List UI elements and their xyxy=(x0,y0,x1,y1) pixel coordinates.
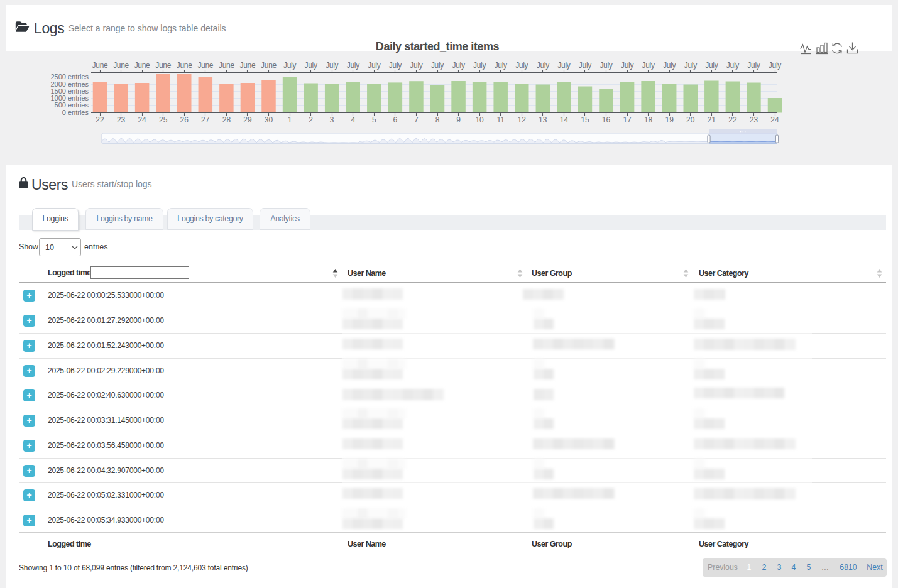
svg-text:June: June xyxy=(92,61,108,70)
svg-text:July: July xyxy=(473,61,486,70)
svg-text:July: July xyxy=(663,61,676,70)
svg-text:16: 16 xyxy=(602,116,611,124)
svg-text:2500 entries: 2500 entries xyxy=(50,73,89,80)
svg-text:July: July xyxy=(431,61,444,70)
svg-text:5: 5 xyxy=(372,116,376,124)
svg-text:14: 14 xyxy=(560,116,569,124)
svg-text:June: June xyxy=(155,61,171,70)
svg-text:June: June xyxy=(261,61,277,70)
svg-text:12: 12 xyxy=(518,116,527,124)
svg-text:30: 30 xyxy=(265,116,273,124)
svg-text:24: 24 xyxy=(138,116,146,124)
svg-text:July: July xyxy=(579,61,591,70)
svg-text:1500 entries: 1500 entries xyxy=(50,87,89,95)
svg-text:17: 17 xyxy=(623,116,632,124)
svg-text:July: July xyxy=(515,61,528,70)
svg-text:11: 11 xyxy=(496,116,505,124)
svg-text:23: 23 xyxy=(750,116,758,124)
svg-text:2000 entries: 2000 entries xyxy=(50,80,89,88)
svg-text:July: July xyxy=(621,61,633,70)
svg-text:4: 4 xyxy=(351,116,355,124)
svg-text:July: July xyxy=(769,61,781,70)
svg-text:22: 22 xyxy=(728,116,737,124)
svg-text:July: July xyxy=(537,61,549,70)
svg-text:June: June xyxy=(177,61,192,70)
svg-text:6: 6 xyxy=(393,116,398,124)
svg-text:3: 3 xyxy=(330,116,334,124)
svg-text:July: July xyxy=(368,61,380,70)
svg-text:26: 26 xyxy=(180,116,189,124)
svg-text:June: June xyxy=(134,61,150,70)
svg-text:7: 7 xyxy=(414,116,419,124)
svg-text:July: July xyxy=(283,61,296,70)
svg-text:9: 9 xyxy=(456,116,461,124)
svg-text:29: 29 xyxy=(243,116,252,124)
svg-text:July: July xyxy=(389,61,402,70)
svg-text:July: July xyxy=(452,61,465,70)
svg-text:June: June xyxy=(113,61,129,70)
svg-text:8: 8 xyxy=(435,116,440,124)
svg-text:July: July xyxy=(410,61,422,70)
svg-text:23: 23 xyxy=(117,116,126,124)
svg-text:10: 10 xyxy=(475,116,484,124)
svg-text:July: July xyxy=(305,61,317,70)
svg-text:July: July xyxy=(600,61,612,70)
svg-text:22: 22 xyxy=(96,116,104,124)
svg-text:24: 24 xyxy=(770,116,779,124)
svg-text:0 entries: 0 entries xyxy=(62,109,89,116)
svg-text:July: July xyxy=(726,61,739,70)
svg-text:20: 20 xyxy=(686,116,695,124)
svg-text:18: 18 xyxy=(644,116,653,124)
svg-text:July: July xyxy=(557,61,570,70)
svg-text:1: 1 xyxy=(288,116,292,124)
svg-text:15: 15 xyxy=(581,116,589,124)
svg-text:500 entries: 500 entries xyxy=(55,101,89,109)
svg-text:June: June xyxy=(239,61,255,70)
svg-text:July: July xyxy=(495,61,507,70)
svg-text:13: 13 xyxy=(539,116,547,124)
svg-text:21: 21 xyxy=(708,116,716,124)
svg-text:19: 19 xyxy=(665,116,674,124)
svg-text:July: July xyxy=(642,61,655,70)
svg-text:27: 27 xyxy=(201,116,210,124)
svg-text:June: June xyxy=(219,61,234,70)
svg-text:25: 25 xyxy=(159,116,168,124)
svg-text:July: July xyxy=(747,61,760,70)
svg-text:July: July xyxy=(684,61,697,70)
svg-text:28: 28 xyxy=(222,116,231,124)
svg-text:2: 2 xyxy=(309,116,313,124)
svg-text:July: July xyxy=(326,61,338,70)
svg-text:July: July xyxy=(347,61,359,70)
svg-text:June: June xyxy=(197,61,213,70)
svg-text:July: July xyxy=(705,61,718,70)
svg-text:1000 entries: 1000 entries xyxy=(50,94,89,102)
